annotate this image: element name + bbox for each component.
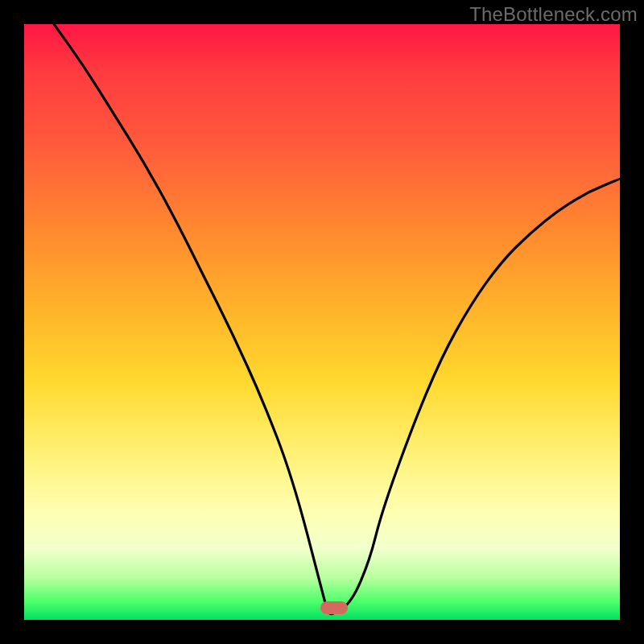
optimum-marker xyxy=(320,601,348,614)
chart-frame: TheBottleneck.com xyxy=(0,0,644,644)
watermark-text: TheBottleneck.com xyxy=(469,3,638,26)
curve-svg xyxy=(24,24,620,620)
plot-area xyxy=(24,24,620,620)
bottleneck-curve-path xyxy=(54,24,620,614)
